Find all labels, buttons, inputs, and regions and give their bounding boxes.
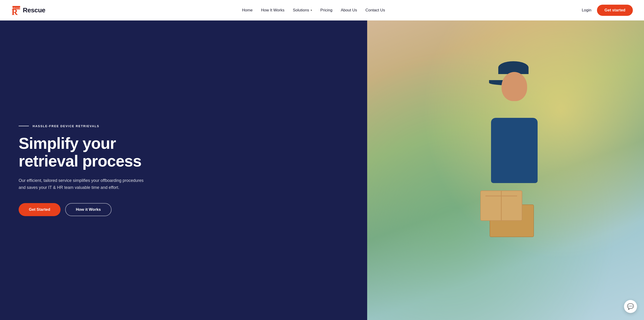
get-started-nav-button[interactable]: Get started [597, 5, 633, 16]
delivery-person-figure [470, 50, 558, 320]
nav-about-us[interactable]: About Us [341, 8, 357, 12]
nav-solutions-label: Solutions [293, 8, 309, 12]
navbar-actions: Login Get started [582, 5, 633, 16]
person-body [491, 118, 538, 183]
hero-how-it-works-button[interactable]: How it Works [65, 203, 112, 216]
hero-get-started-button[interactable]: Get Started [19, 203, 60, 216]
hero-title: Simplify your retrieval process [19, 134, 348, 170]
hero-cta-group: Get Started How it Works [19, 203, 348, 216]
eyebrow-line-decoration [19, 126, 29, 126]
solutions-chevron-icon: ▾ [310, 8, 312, 12]
nav-contact-us[interactable]: Contact Us [366, 8, 385, 12]
svg-text:R: R [12, 7, 18, 15]
nav-pricing[interactable]: Pricing [320, 8, 332, 12]
nav-solutions-dropdown[interactable]: Solutions ▾ [293, 8, 312, 12]
logo-icon: DEVICE R [11, 5, 22, 15]
hero-eyebrow-text: HASSLE-FREE DEVICE RETRIEVALS [32, 124, 100, 128]
hero-title-line1: Simplify your [19, 134, 116, 152]
chat-bubble-icon: 💬 [627, 303, 634, 310]
nav-home[interactable]: Home [242, 8, 252, 12]
hero-section: HASSLE-FREE DEVICE RETRIEVALS Simplify y… [0, 20, 644, 320]
hero-content: HASSLE-FREE DEVICE RETRIEVALS Simplify y… [0, 20, 367, 320]
delivery-boxes [478, 190, 534, 237]
nav-how-it-works[interactable]: How It Works [261, 8, 284, 12]
hero-photo [367, 20, 644, 320]
login-button[interactable]: Login [582, 8, 592, 12]
brand-name: Rescue [23, 6, 46, 14]
chat-bubble-button[interactable]: 💬 [624, 300, 637, 313]
nav-links: Home How It Works Solutions ▾ Pricing Ab… [242, 8, 385, 12]
person-head [502, 72, 527, 101]
delivery-box-1 [480, 190, 522, 221]
logo-link[interactable]: DEVICE R Rescue [11, 5, 46, 15]
navbar: DEVICE R Rescue Home How It Works Soluti… [0, 0, 644, 20]
hero-title-line2: retrieval process [19, 152, 141, 170]
hero-eyebrow-group: HASSLE-FREE DEVICE RETRIEVALS [19, 124, 348, 128]
hero-subtitle: Our efficient, tailored service simplifi… [19, 177, 149, 191]
